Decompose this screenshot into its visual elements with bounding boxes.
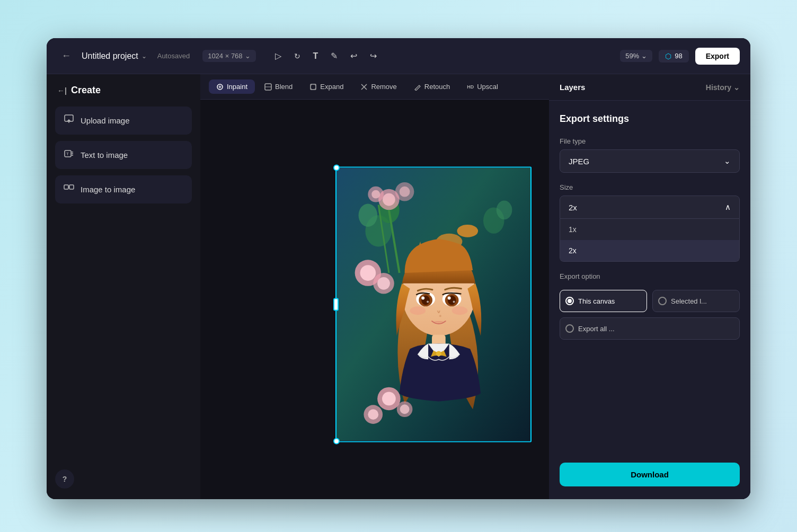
svg-point-42: [439, 315, 441, 317]
image-to-image-label: Image to image: [81, 185, 135, 194]
history-tab-label: History: [706, 83, 731, 92]
upload-image-label: Upload image: [81, 116, 130, 125]
expand-button[interactable]: Expand: [302, 79, 351, 94]
sidebar-item-image-to-image[interactable]: Image to image: [55, 175, 192, 203]
svg-point-11: [359, 203, 378, 227]
svg-point-48: [368, 409, 378, 420]
zoom-value: 59%: [625, 52, 639, 60]
inpaint-button[interactable]: Inpaint: [209, 79, 255, 94]
canvas-image-container[interactable]: [335, 166, 532, 442]
blend-label: Blend: [275, 83, 293, 91]
canvas-toolbar: Inpaint Blend Expand Remove Retouch: [200, 74, 549, 100]
svg-point-39: [453, 300, 455, 303]
selected-label: Selected l...: [671, 297, 707, 305]
svg-point-33: [421, 297, 424, 300]
credits-display: ⬡ 98: [659, 50, 688, 63]
sidebar-create-header: ←| Create: [55, 85, 192, 96]
help-icon: ?: [63, 475, 67, 483]
canvas-size-selector[interactable]: 1024 × 768 ⌄: [202, 50, 255, 62]
resize-handle-tl[interactable]: [333, 164, 340, 171]
layers-tab[interactable]: Layers: [560, 83, 585, 92]
this-canvas-option[interactable]: This canvas: [560, 290, 647, 312]
svg-point-34: [427, 300, 429, 303]
autosaved-status: Autosaved: [157, 52, 190, 60]
resize-handle-ml[interactable]: [333, 298, 339, 311]
export-settings-panel: Export settings File type JPEG ⌄ Size 2x: [549, 101, 750, 499]
canvas-image: [336, 167, 530, 441]
sidebar-item-text-to-image[interactable]: T Text to image: [55, 141, 192, 169]
export-option-section: Export option This canvas Selected l...: [560, 272, 740, 340]
svg-text:T: T: [66, 152, 69, 156]
blend-button[interactable]: Blend: [257, 79, 300, 94]
file-type-chevron-icon: ⌄: [724, 156, 731, 166]
sidebar-back-icon: ←|: [57, 86, 67, 95]
size-option-2x[interactable]: 2x: [560, 240, 739, 261]
retouch-button[interactable]: Retouch: [406, 79, 457, 94]
export-options-row: This canvas Selected l...: [560, 290, 740, 312]
text-to-image-icon: T: [64, 148, 74, 162]
text-tool-button[interactable]: T: [311, 49, 321, 63]
upload-icon: [64, 114, 74, 127]
svg-point-18: [371, 190, 380, 199]
sidebar: ←| Create Upload image: [47, 74, 200, 499]
this-canvas-label: This canvas: [578, 297, 615, 305]
history-tab[interactable]: History ⌄: [706, 83, 740, 92]
size-2x-label: 2x: [569, 246, 577, 255]
svg-rect-4: [64, 185, 68, 189]
svg-point-50: [400, 404, 410, 414]
size-1x-label: 1x: [569, 225, 577, 234]
size-chevron-icon: ∧: [725, 202, 731, 212]
svg-point-38: [448, 297, 451, 300]
sidebar-item-upload[interactable]: Upload image: [55, 107, 192, 135]
canvas-size-chevron-icon: ⌄: [245, 52, 251, 60]
right-panel: Layers History ⌄ Export settings File ty…: [549, 74, 750, 499]
size-options-list: 1x 2x: [560, 219, 740, 262]
canvas-area[interactable]: Inpaint Blend Expand Remove Retouch: [200, 74, 549, 499]
file-type-section: File type JPEG ⌄: [560, 137, 740, 173]
size-label: Size: [560, 183, 740, 191]
hd-icon: HD: [467, 84, 474, 90]
project-title: Untitled project: [82, 51, 138, 61]
size-dropdown[interactable]: 2x ∧: [560, 196, 740, 219]
upscal-label: Upscal: [477, 83, 498, 91]
undo-button[interactable]: ↩: [348, 49, 359, 63]
title-chevron-icon: ⌄: [141, 52, 147, 60]
file-type-dropdown[interactable]: JPEG ⌄: [560, 149, 740, 173]
remove-button[interactable]: Remove: [353, 79, 404, 94]
sidebar-create-label: Create: [71, 85, 101, 96]
export-option-label: Export option: [560, 272, 740, 280]
back-button[interactable]: ←: [57, 48, 75, 64]
project-title-area[interactable]: Untitled project ⌄: [82, 51, 147, 61]
upscal-button[interactable]: HD Upscal: [459, 79, 506, 94]
export-settings-title: Export settings: [560, 113, 740, 125]
export-all-radio: [565, 324, 574, 333]
svg-point-40: [410, 306, 426, 315]
remove-label: Remove: [371, 83, 396, 91]
zoom-control[interactable]: 59% ⌄: [620, 50, 652, 62]
inpaint-label: Inpaint: [227, 83, 247, 91]
zoom-chevron-icon: ⌄: [641, 52, 647, 60]
selected-radio: [658, 297, 667, 305]
pen-tool-button[interactable]: ✎: [329, 49, 340, 63]
svg-point-26: [377, 277, 390, 290]
redo-button[interactable]: ↪: [368, 49, 379, 63]
header: ← Untitled project ⌄ Autosaved 1024 × 76…: [47, 38, 750, 74]
download-button[interactable]: Download: [560, 463, 740, 486]
image-to-image-icon: [64, 183, 74, 196]
main-layout: ←| Create Upload image: [47, 74, 750, 499]
rotate-tool-button[interactable]: ↻: [292, 50, 303, 63]
export-button[interactable]: Export: [695, 48, 740, 65]
size-section: Size 2x ∧ 1x 2x: [560, 183, 740, 262]
resize-handle-bl[interactable]: [333, 438, 340, 444]
size-option-1x[interactable]: 1x: [560, 219, 739, 240]
export-all-button[interactable]: Export all ...: [560, 317, 740, 340]
file-type-value: JPEG: [569, 157, 589, 166]
select-tool-button[interactable]: ▷: [273, 49, 284, 63]
svg-point-44: [436, 351, 441, 356]
svg-point-28: [457, 225, 479, 237]
svg-point-24: [360, 265, 376, 281]
help-button[interactable]: ?: [55, 469, 74, 489]
selected-option[interactable]: Selected l...: [652, 290, 740, 312]
svg-rect-5: [69, 185, 74, 189]
toolbar-tools: ▷ ↻ T ✎ ↩ ↪: [273, 49, 379, 63]
